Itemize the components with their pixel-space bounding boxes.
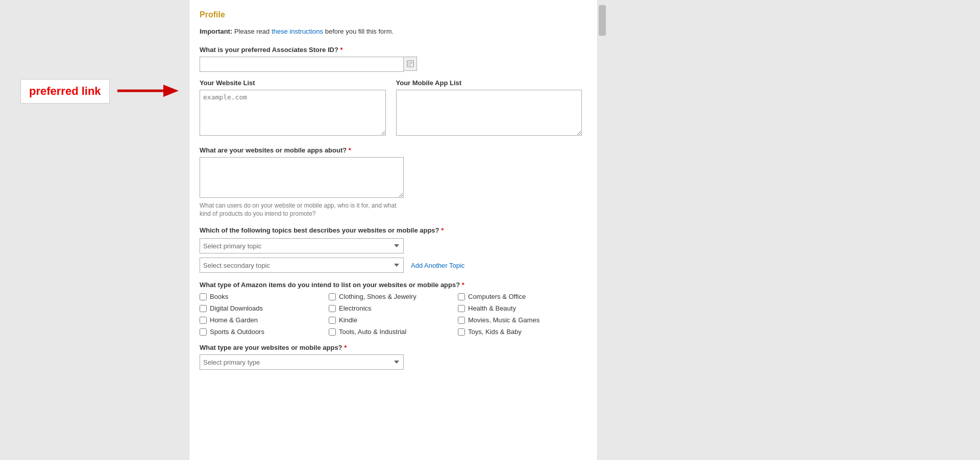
books-checkbox[interactable] — [200, 293, 207, 300]
preferred-link-annotation: preferred link — [20, 79, 110, 104]
kindle-checkbox[interactable] — [329, 317, 336, 324]
instructions-link[interactable]: these instructions — [272, 28, 323, 35]
computers-label: Computers & Office — [468, 293, 526, 300]
checkbox-kindle: Kindle — [329, 316, 453, 324]
health-checkbox[interactable] — [458, 305, 465, 312]
about-textarea[interactable] — [200, 157, 404, 198]
important-bold: Important: — [200, 28, 232, 35]
add-another-topic-link[interactable]: Add Another Topic — [411, 262, 464, 269]
items-section: What type of Amazon items do you intend … — [200, 281, 582, 336]
home-checkbox[interactable] — [200, 317, 207, 324]
checkbox-tools: Tools, Auto & Industrial — [329, 328, 453, 336]
arrow-annotation — [117, 81, 179, 103]
profile-title: Profile — [200, 10, 582, 19]
electronics-checkbox[interactable] — [329, 305, 336, 312]
store-id-label: What is your preferred Associates Store … — [200, 46, 582, 54]
items-label-text: What type of Amazon items do you intend … — [200, 281, 460, 289]
store-id-input-wrapper — [200, 57, 582, 72]
items-label: What type of Amazon items do you intend … — [200, 281, 582, 289]
store-id-label-text: What is your preferred Associates Store … — [200, 46, 338, 54]
checkbox-computers: Computers & Office — [458, 293, 582, 300]
tools-checkbox[interactable] — [329, 328, 336, 336]
app-type-select[interactable]: Select primary type — [200, 354, 404, 370]
about-required: * — [349, 146, 351, 154]
primary-topic-select[interactable]: Select primary topic — [200, 238, 404, 253]
mobile-list-section: Your Mobile App List — [396, 79, 582, 137]
tools-label: Tools, Auto & Industrial — [339, 328, 406, 336]
clothing-label: Clothing, Shoes & Jewelry — [339, 293, 416, 300]
checkbox-health: Health & Beauty — [458, 304, 582, 312]
website-list-section: Your Website List example.com — [200, 79, 386, 137]
secondary-topic-select[interactable]: Select secondary topic — [200, 258, 404, 273]
app-type-label: What type are your websites or mobile ap… — [200, 344, 582, 351]
movies-checkbox[interactable] — [458, 317, 465, 324]
checkbox-electronics: Electronics — [329, 304, 453, 312]
mobile-list-label: Your Mobile App List — [396, 79, 582, 87]
checkbox-clothing: Clothing, Shoes & Jewelry — [329, 293, 453, 300]
sports-checkbox[interactable] — [200, 328, 207, 336]
important-notice: Important: Please read these instruction… — [200, 27, 582, 37]
checkbox-books: Books — [200, 293, 324, 300]
left-annotation-area: preferred link — [0, 0, 189, 460]
checkbox-toys: Toys, Kids & Baby — [458, 328, 582, 336]
topics-section: Which of the following topics best descr… — [200, 226, 582, 273]
health-label: Health & Beauty — [468, 304, 516, 312]
store-id-input[interactable] — [200, 57, 404, 72]
kindle-label: Kindle — [339, 316, 357, 324]
sports-label: Sports & Outdoors — [210, 328, 264, 336]
main-form-area: Profile Important: Please read these ins… — [189, 0, 598, 460]
digital-checkbox[interactable] — [200, 305, 207, 312]
notice-text-after: before you fill this form. — [325, 28, 394, 35]
about-label-text: What are your websites or mobile apps ab… — [200, 146, 347, 154]
right-area — [598, 0, 980, 460]
preferred-link-text: preferred link — [29, 85, 101, 97]
toys-label: Toys, Kids & Baby — [468, 328, 522, 336]
topics-label-text: Which of the following topics best descr… — [200, 226, 439, 234]
electronics-label: Electronics — [339, 304, 372, 312]
about-label: What are your websites or mobile apps ab… — [200, 146, 582, 154]
scrollbar-thumb[interactable] — [599, 5, 606, 36]
movies-label: Movies, Music & Games — [468, 316, 540, 324]
checkbox-digital: Digital Downloads — [200, 304, 324, 312]
topics-label: Which of the following topics best descr… — [200, 226, 582, 234]
items-required: * — [462, 281, 464, 289]
website-list-textarea[interactable]: example.com — [200, 90, 386, 136]
items-checkbox-grid: Books Clothing, Shoes & Jewelry Computer… — [200, 293, 582, 336]
website-list-label: Your Website List — [200, 79, 386, 87]
app-type-section: What type are your websites or mobile ap… — [200, 344, 582, 370]
mobile-list-textarea[interactable] — [396, 90, 582, 136]
about-section: What are your websites or mobile apps ab… — [200, 146, 582, 219]
toys-checkbox[interactable] — [458, 328, 465, 336]
home-label: Home & Garden — [210, 316, 258, 324]
notice-text-before: Please read — [234, 28, 272, 35]
clothing-checkbox[interactable] — [329, 293, 336, 300]
checkbox-movies: Movies, Music & Games — [458, 316, 582, 324]
topics-required: * — [441, 226, 444, 234]
store-id-icon[interactable] — [404, 57, 417, 71]
app-type-required: * — [344, 344, 347, 351]
store-id-section: What is your preferred Associates Store … — [200, 46, 582, 72]
svg-marker-1 — [163, 85, 179, 97]
about-hint: What can users do on your website or mob… — [200, 201, 404, 219]
lists-row: Your Website List example.com Your Mobil… — [200, 79, 582, 137]
digital-label: Digital Downloads — [210, 304, 263, 312]
checkbox-home: Home & Garden — [200, 316, 324, 324]
app-type-label-text: What type are your websites or mobile ap… — [200, 344, 342, 351]
store-id-required: * — [340, 46, 343, 54]
primary-topic-row: Select primary topic — [200, 238, 582, 253]
books-label: Books — [210, 293, 228, 300]
secondary-topic-row: Select secondary topic Add Another Topic — [200, 258, 582, 273]
checkbox-sports: Sports & Outdoors — [200, 328, 324, 336]
computers-checkbox[interactable] — [458, 293, 465, 300]
